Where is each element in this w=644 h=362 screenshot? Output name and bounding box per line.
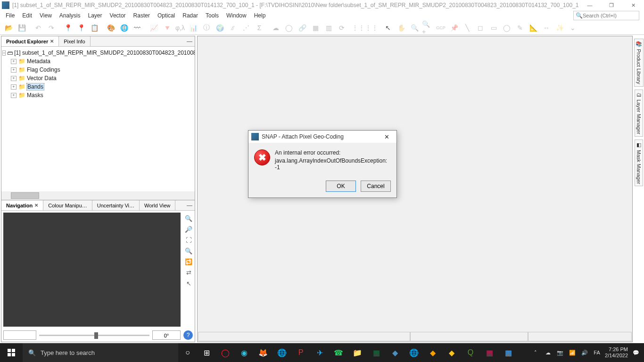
excel-icon[interactable]: ▦	[367, 343, 386, 362]
draw-rect-icon[interactable]: ▭	[488, 22, 499, 33]
zoom-in-icon[interactable]: 🔍	[184, 214, 193, 223]
side-tab-layer-manager[interactable]: 🗂 Layer Manager	[635, 90, 643, 137]
tree-horizontal-scrollbar[interactable]	[1, 191, 195, 200]
menu-tools[interactable]: Tools	[202, 11, 223, 20]
zoom-actual-icon[interactable]: 🔍	[184, 246, 193, 255]
zoom-fit-icon[interactable]: ⛶	[184, 235, 193, 245]
hand-icon[interactable]: ✋	[396, 22, 407, 33]
wave-icon[interactable]: 〰	[132, 22, 143, 33]
menu-analysis[interactable]: Analysis	[56, 11, 84, 20]
sync-views-icon[interactable]: ⇄	[184, 268, 193, 277]
minimize-button[interactable]: —	[579, 0, 601, 10]
menu-help[interactable]: Help	[250, 11, 270, 20]
app-p-icon[interactable]: P	[291, 343, 310, 362]
filter-icon[interactable]: 🔻	[161, 22, 173, 33]
grid-v-icon[interactable]: ▥	[323, 22, 334, 33]
tab-pixel-info[interactable]: Pixel Info	[59, 36, 90, 46]
dialog-close-button[interactable]: ✕	[380, 133, 394, 140]
draw-ellipse-icon[interactable]: ◯	[501, 22, 512, 33]
open-icon[interactable]: 📂	[3, 22, 14, 33]
app-icon[interactable]: ◆	[442, 343, 461, 362]
menu-vector[interactable]: Vector	[106, 11, 130, 20]
dots2-icon[interactable]: ⋮⋮	[366, 22, 377, 33]
save-icon[interactable]: 💾	[16, 22, 27, 33]
pointer-icon[interactable]: ↖	[382, 22, 394, 33]
tree-root[interactable]: − 🗃 [1] subset_1_of_SM_REPR_MIR_SMUDP2_2…	[2, 49, 194, 57]
notifications-icon[interactable]: 💬	[632, 350, 640, 356]
info-icon[interactable]: ⓘ	[201, 22, 212, 33]
grid-h-icon[interactable]: ▦	[310, 22, 321, 33]
dialog-titlebar[interactable]: SNAP - Attach Pixel Geo-Coding ✕	[248, 131, 396, 143]
pin-tool-icon[interactable]: 📌	[448, 22, 460, 33]
palette-icon[interactable]: 🎨	[105, 22, 116, 33]
menu-view[interactable]: View	[36, 11, 56, 20]
link-icon[interactable]: 🔗	[297, 22, 308, 33]
zoom-out-icon[interactable]: 🔎	[184, 224, 193, 234]
rotation-value[interactable]: 0°	[152, 330, 181, 340]
tree-node-masks[interactable]: + 📁 Masks	[2, 91, 194, 99]
blob-icon[interactable]: ◯	[283, 22, 295, 33]
ok-button[interactable]: OK	[326, 181, 356, 192]
cursor-sync-icon[interactable]: ↖	[184, 279, 193, 288]
maximize-button[interactable]: ❐	[601, 0, 622, 10]
start-button[interactable]	[0, 343, 23, 362]
whatsapp-icon[interactable]: ☎	[329, 343, 348, 362]
chart-icon[interactable]: 📈	[148, 22, 159, 33]
globe2-icon[interactable]: 🌍	[214, 22, 225, 33]
zoom-sync-icon[interactable]: 🔁	[184, 257, 193, 266]
window-close-button[interactable]: ✕	[622, 0, 644, 10]
close-icon[interactable]: ✕	[50, 39, 54, 44]
tree-node-metadata[interactable]: + 📁 Metadata	[2, 57, 194, 66]
chevron-down-icon[interactable]: ⌄	[567, 22, 578, 33]
telegram-icon[interactable]: ✈	[310, 343, 329, 362]
rotation-slider[interactable]	[39, 335, 149, 336]
tab-world-view[interactable]: World View	[140, 200, 175, 210]
menu-file[interactable]: File	[2, 11, 18, 20]
task-view-icon[interactable]: ⊞	[197, 343, 216, 362]
edge-icon[interactable]: ◉	[235, 343, 254, 362]
sigma-icon[interactable]: Σ	[254, 22, 265, 33]
side-tab-mask-manager[interactable]: ◧ Mask Manager	[635, 140, 643, 187]
menu-optical[interactable]: Optical	[154, 11, 179, 20]
tab-navigation[interactable]: Navigation ✕	[1, 200, 43, 210]
tab-uncertainty-visualization[interactable]: Uncertainty Vi…	[92, 200, 140, 210]
cloud-icon[interactable]: ☁	[270, 22, 281, 33]
chrome-icon[interactable]: 🌐	[272, 343, 291, 362]
global-search-box[interactable]: 🔍	[573, 11, 639, 20]
side-tab-product-library[interactable]: 📚 Product Library	[634, 39, 644, 87]
language-indicator[interactable]: FA	[593, 350, 601, 355]
global-search-input[interactable]	[583, 13, 637, 18]
taskbar-clock[interactable]: 7:26 PM 2/14/2022	[605, 346, 628, 359]
scrollbar-thumb[interactable]	[11, 192, 39, 199]
firefox-icon[interactable]: 🦊	[254, 343, 272, 362]
arcgis-icon[interactable]: 🌐	[405, 343, 423, 362]
taskbar-search[interactable]: 🔍 Type here to search	[23, 343, 178, 362]
snap-taskbar-icon[interactable]: ◆	[386, 343, 405, 362]
tab-product-explorer[interactable]: Product Explorer ✕	[1, 36, 59, 46]
draw-poly-icon[interactable]: ◻	[475, 22, 486, 33]
menu-edit[interactable]: Edit	[18, 11, 36, 20]
navigation-canvas[interactable]	[3, 213, 181, 327]
volume-icon[interactable]: 🔊	[580, 350, 589, 356]
cancel-button[interactable]: Cancel	[361, 181, 391, 192]
stats-icon[interactable]: ⫽	[227, 22, 239, 33]
pin-icon[interactable]: 📍	[62, 22, 74, 33]
chevron-up-icon[interactable]: ˄	[531, 350, 540, 356]
onedrive-icon[interactable]: ☁	[544, 350, 552, 356]
measure-icon[interactable]: 📐	[528, 22, 539, 33]
pin-list-icon[interactable]: 📋	[89, 22, 100, 33]
scatter-icon[interactable]: ⋰	[240, 22, 252, 33]
redo-icon[interactable]: ↷	[46, 22, 57, 33]
dots-icon[interactable]: ⋮⋮	[353, 22, 364, 33]
expand-icon[interactable]: +	[11, 84, 17, 90]
close-icon[interactable]: ✕	[34, 203, 38, 208]
zoom-level-input[interactable]	[3, 330, 36, 340]
panel-minimize-button[interactable]: —	[184, 36, 195, 46]
product-tree[interactable]: − 🗃 [1] subset_1_of_SM_REPR_MIR_SMUDP2_2…	[1, 47, 195, 191]
range-icon[interactable]: ↔	[541, 22, 552, 33]
sync-icon[interactable]: ⟳	[336, 22, 347, 33]
draw-path-icon[interactable]: ✎	[514, 22, 526, 33]
expand-icon[interactable]: +	[11, 59, 17, 64]
meet-now-icon[interactable]: 📷	[556, 350, 564, 356]
histogram-icon[interactable]: 📊	[188, 22, 199, 33]
